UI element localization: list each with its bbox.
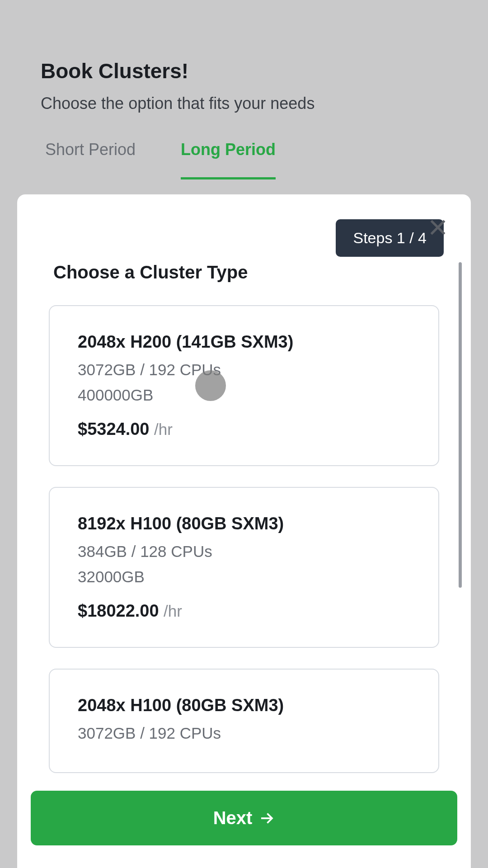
option-spec: 384GB / 128 CPUs (78, 539, 410, 564)
tabs: Short Period Long Period (0, 127, 488, 179)
cluster-option[interactable]: 2048x H100 (80GB SXM3) 3072GB / 192 CPUs (49, 669, 439, 773)
scrollbar-thumb[interactable] (459, 262, 462, 588)
option-price: $5324.00 (78, 420, 150, 439)
cluster-option[interactable]: 8192x H100 (80GB SXM3) 384GB / 128 CPUs … (49, 487, 439, 648)
option-title: 2048x H100 (80GB SXM3) (78, 696, 410, 715)
option-price-row: $18022.00 /hr (78, 601, 410, 621)
page-title: Book Clusters! (41, 59, 447, 83)
arrow-right-icon (258, 810, 275, 826)
tab-long-period[interactable]: Long Period (181, 140, 276, 179)
option-spec: 32000GB (78, 564, 410, 590)
option-price: $18022.00 (78, 601, 159, 620)
option-price-unit: /hr (164, 602, 182, 620)
option-title: 2048x H200 (141GB SXM3) (78, 332, 410, 352)
option-spec: 3072GB / 192 CPUs (78, 721, 410, 746)
page-subtitle: Choose the option that fits your needs (41, 94, 447, 113)
option-title: 8192x H100 (80GB SXM3) (78, 514, 410, 533)
header: Book Clusters! Choose the option that fi… (0, 0, 488, 127)
scroll-area[interactable]: Choose a Cluster Type 2048x H200 (141GB … (17, 262, 471, 780)
options-list: 2048x H200 (141GB SXM3) 3072GB / 192 CPU… (49, 305, 439, 773)
cluster-option[interactable]: 2048x H200 (141GB SXM3) 3072GB / 192 CPU… (49, 305, 439, 466)
section-title: Choose a Cluster Type (49, 262, 439, 283)
option-price-unit: /hr (154, 420, 173, 438)
panel-body: Choose a Cluster Type 2048x H200 (141GB … (17, 262, 471, 780)
booking-panel: Steps 1 / 4 Choose a Cluster Type 2048x … (17, 194, 471, 868)
tab-short-period[interactable]: Short Period (45, 140, 136, 179)
option-price-row: $5324.00 /hr (78, 420, 410, 439)
close-icon (427, 216, 449, 239)
panel-footer: Next (17, 780, 471, 868)
option-spec: 400000GB (78, 382, 410, 408)
next-button[interactable]: Next (31, 791, 457, 845)
panel-header: Steps 1 / 4 (17, 194, 471, 262)
close-button[interactable] (427, 216, 449, 241)
option-spec: 3072GB / 192 CPUs (78, 357, 410, 382)
next-button-label: Next (213, 808, 253, 828)
